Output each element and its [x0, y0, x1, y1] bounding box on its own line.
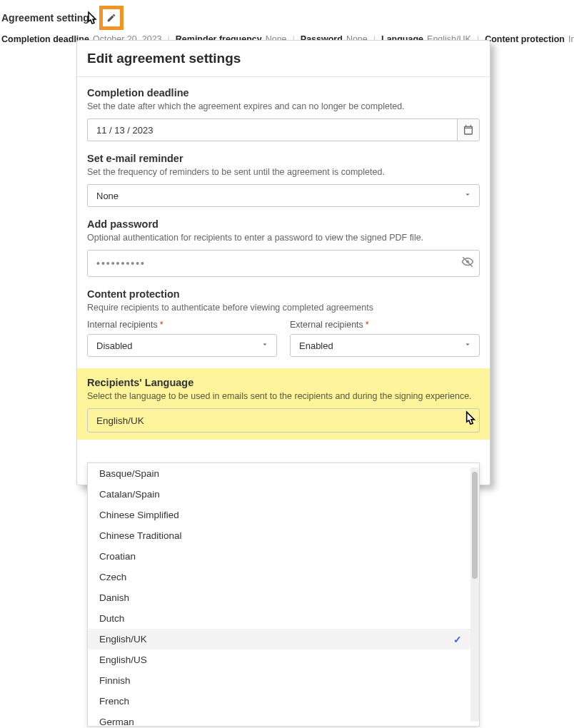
chevron-down-icon	[463, 191, 472, 201]
password-input[interactable]: ••••••••••	[87, 250, 480, 277]
internal-recipients-label: Internal recipients*	[87, 320, 277, 330]
calendar-button[interactable]	[457, 118, 480, 141]
language-title: Recipients' Language	[87, 377, 480, 388]
deadline-date-input[interactable]: 11 / 13 / 2023	[87, 118, 457, 141]
language-option[interactable]: Catalan/Spain	[88, 484, 479, 505]
content-protection-section: Content protection Require recipients to…	[77, 288, 490, 357]
password-desc: Optional authentication for recipients t…	[87, 233, 480, 243]
eye-off-icon	[461, 256, 474, 268]
external-recipients-label: External recipients*	[290, 320, 480, 330]
agreement-settings-header: Agreement settings Completion deadline O…	[0, 0, 574, 44]
reminder-select-value: None	[96, 191, 119, 201]
pencil-icon	[103, 9, 120, 26]
summary-protection-label: Content protection	[485, 34, 565, 44]
toggle-password-visibility-button[interactable]	[461, 256, 474, 271]
password-title: Add password	[87, 218, 480, 230]
password-value: ••••••••••	[96, 258, 146, 269]
edit-settings-button[interactable]	[99, 6, 124, 30]
language-option[interactable]: Chinese Traditional	[88, 525, 479, 546]
summary-protection-value: Internal disabled & External enabled	[568, 34, 574, 44]
reminder-select[interactable]: None	[87, 184, 480, 207]
language-option[interactable]: Dutch	[88, 608, 479, 629]
recipients-language-select[interactable]: English/UK	[87, 408, 480, 433]
reminder-title: Set e-mail reminder	[87, 153, 480, 164]
scrollbar-track[interactable]	[470, 467, 479, 722]
protection-title: Content protection	[87, 288, 480, 300]
language-option[interactable]: English/UK✓	[88, 629, 479, 649]
language-desc: Select the language to be used in emails…	[87, 391, 480, 401]
language-select-value: English/UK	[96, 415, 144, 426]
calendar-icon	[463, 124, 474, 136]
language-dropdown-list[interactable]: Basque/SpainCatalan/SpainChinese Simplif…	[87, 462, 480, 727]
external-recipients-select[interactable]: Enabled	[290, 334, 480, 357]
deadline-title: Completion deadline	[87, 87, 480, 98]
internal-recipients-value: Disabled	[96, 340, 133, 351]
language-option[interactable]: English/US	[88, 649, 479, 670]
scrollbar-thumb[interactable]	[472, 472, 478, 579]
deadline-desc: Set the date after which the agreement e…	[87, 101, 480, 111]
protection-desc: Require recipients to authenticate befor…	[87, 303, 480, 313]
chevron-down-icon	[261, 340, 269, 351]
language-option[interactable]: Czech	[88, 567, 479, 587]
dialog-title: Edit agreement settings	[77, 51, 490, 77]
add-password-section: Add password Optional authentication for…	[77, 218, 490, 277]
deadline-date-value: 11 / 13 / 2023	[96, 125, 153, 136]
language-option[interactable]: Croatian	[88, 546, 479, 567]
internal-recipients-select[interactable]: Disabled	[87, 334, 277, 357]
reminder-desc: Set the frequency of reminders to be sen…	[87, 167, 480, 177]
language-option[interactable]: Basque/Spain	[88, 463, 479, 484]
recipients-language-section: Recipients' Language Select the language…	[77, 368, 490, 440]
external-recipients-value: Enabled	[299, 340, 333, 351]
completion-deadline-section: Completion deadline Set the date after w…	[77, 87, 490, 141]
email-reminder-section: Set e-mail reminder Set the frequency of…	[77, 153, 490, 207]
check-icon: ✓	[453, 634, 462, 645]
chevron-down-icon	[463, 340, 472, 351]
page-title: Agreement settings	[1, 12, 95, 24]
language-option[interactable]: French	[88, 691, 479, 712]
language-option[interactable]: Chinese Simplified	[88, 505, 479, 525]
edit-agreement-settings-dialog: Edit agreement settings Completion deadl…	[76, 40, 490, 485]
language-option[interactable]: Finnish	[88, 670, 479, 691]
chevron-down-icon	[463, 415, 472, 426]
language-option[interactable]: Danish	[88, 587, 479, 608]
language-option[interactable]: German	[88, 712, 479, 727]
